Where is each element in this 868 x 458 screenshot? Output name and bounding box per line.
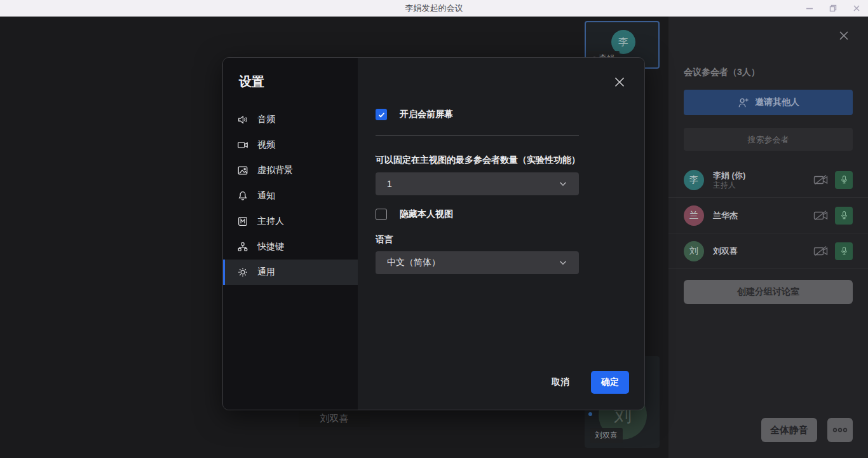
hide-self-view-label: 隐藏本人视图 (400, 209, 453, 220)
cancel-button[interactable]: 取消 (543, 371, 578, 393)
close-icon (852, 4, 861, 13)
invite-others-button[interactable]: 邀请其他人 (684, 90, 853, 115)
settings-nav-sidebar: 设置 音频 视频 虚拟背景 (223, 58, 358, 410)
host-m-icon (237, 216, 248, 227)
settings-nav-host[interactable]: 主持人 (223, 209, 358, 234)
participants-header: 会议参会者（3人） (684, 67, 760, 78)
person-plus-icon (737, 97, 749, 109)
video-camera-icon (237, 139, 248, 151)
participant-row-liushuangxi[interactable]: 刘 刘双喜 (668, 233, 868, 269)
close-dialog-button[interactable] (613, 76, 627, 90)
max-pinned-value: 1 (387, 179, 392, 189)
mic-on-button[interactable] (835, 207, 853, 225)
ok-button[interactable]: 确定 (591, 371, 629, 394)
settings-nav-shortcuts[interactable]: 快捷键 (223, 234, 358, 260)
language-label: 语言 (376, 234, 393, 246)
hide-self-view-checkbox-row[interactable]: 隐藏本人视图 (376, 209, 453, 220)
checkbox-unchecked-icon[interactable] (376, 209, 387, 220)
max-pinned-select[interactable]: 1 (376, 172, 579, 195)
more-options-button[interactable] (827, 418, 853, 442)
stage-participant-name: 刘双喜 (299, 411, 370, 427)
tile-name-tag: 刘双喜 (590, 428, 623, 443)
window-title: 李娟发起的会议 (405, 3, 463, 14)
camera-off-icon (813, 210, 829, 221)
chevron-down-icon (557, 178, 569, 190)
mic-icon (839, 246, 849, 256)
audio-indicator-dot (588, 412, 592, 416)
settings-nav-video[interactable]: 视频 (223, 132, 358, 158)
mute-all-button[interactable]: 全体静音 (761, 418, 817, 442)
more-dots-icon (832, 427, 848, 433)
speaker-icon (237, 114, 248, 125)
participant-name: 兰华杰 (713, 211, 813, 221)
image-icon (237, 165, 248, 176)
participant-name: 李娟 (你) (713, 170, 813, 181)
language-select[interactable]: 中文（简体） (376, 251, 579, 274)
window-controls (797, 0, 868, 17)
mic-on-button[interactable] (835, 242, 853, 260)
mic-icon (839, 211, 849, 220)
close-panel-button[interactable] (837, 29, 850, 42)
dialog-title: 设置 (239, 73, 264, 90)
settings-general-pane: 开启会前屏幕 可以固定在主视图的最多参会者数量（实验性功能） 1 隐藏本人视图 … (358, 58, 644, 410)
language-value: 中文（简体） (387, 257, 440, 268)
bell-icon (237, 190, 248, 202)
settings-nav-notifications[interactable]: 通知 (223, 183, 358, 209)
settings-nav-general[interactable]: 通用 (223, 260, 358, 285)
gear-icon (237, 267, 248, 278)
restore-button[interactable] (821, 0, 844, 17)
search-participants-input[interactable] (684, 128, 853, 151)
participants-panel: 会议参会者（3人） 邀请其他人 李 李娟 (你) 主持人 (668, 17, 868, 458)
participant-role: 主持人 (713, 181, 813, 190)
check-icon (377, 111, 386, 119)
restore-icon (829, 4, 837, 13)
avatar: 兰 (684, 205, 704, 226)
chevron-down-icon (557, 257, 569, 268)
close-icon (613, 76, 626, 88)
camera-off-icon (813, 174, 829, 186)
avatar: 李 (684, 170, 704, 190)
divider (376, 135, 579, 135)
close-window-button[interactable] (844, 0, 868, 17)
minimize-icon (805, 4, 814, 13)
shortcut-keys-icon (237, 241, 248, 253)
create-breakout-room-button[interactable]: 创建分组讨论室 (684, 280, 853, 304)
settings-dialog: 设置 音频 视频 虚拟背景 (222, 57, 645, 410)
close-icon (837, 29, 850, 42)
mic-on-button[interactable] (835, 171, 853, 189)
minimize-button[interactable] (797, 0, 821, 17)
pre-meeting-screen-checkbox-row[interactable]: 开启会前屏幕 (376, 109, 453, 120)
app-window: 李 李娟 刘 刘双喜 刘双喜 李娟发起的会议 (0, 0, 868, 458)
participant-name: 刘双喜 (713, 246, 813, 256)
settings-nav-audio[interactable]: 音频 (223, 107, 358, 132)
settings-nav-virtual-background[interactable]: 虚拟背景 (223, 158, 358, 183)
max-pinned-label: 可以固定在主视图的最多参会者数量（实验性功能） (376, 155, 580, 166)
avatar: 刘 (684, 241, 704, 261)
participants-list: 李 李娟 (你) 主持人 兰 兰华杰 (668, 162, 868, 269)
participant-row-lanhuajie[interactable]: 兰 兰华杰 (668, 198, 868, 233)
checkbox-checked-icon[interactable] (376, 109, 387, 120)
selected-nav-accent-bar (223, 260, 225, 285)
mic-icon (839, 175, 849, 184)
pre-meeting-screen-label: 开启会前屏幕 (400, 109, 453, 120)
titlebar: 李娟发起的会议 (0, 0, 868, 17)
camera-off-icon (813, 246, 829, 257)
participant-row-lijuan[interactable]: 李 李娟 (你) 主持人 (668, 162, 868, 198)
